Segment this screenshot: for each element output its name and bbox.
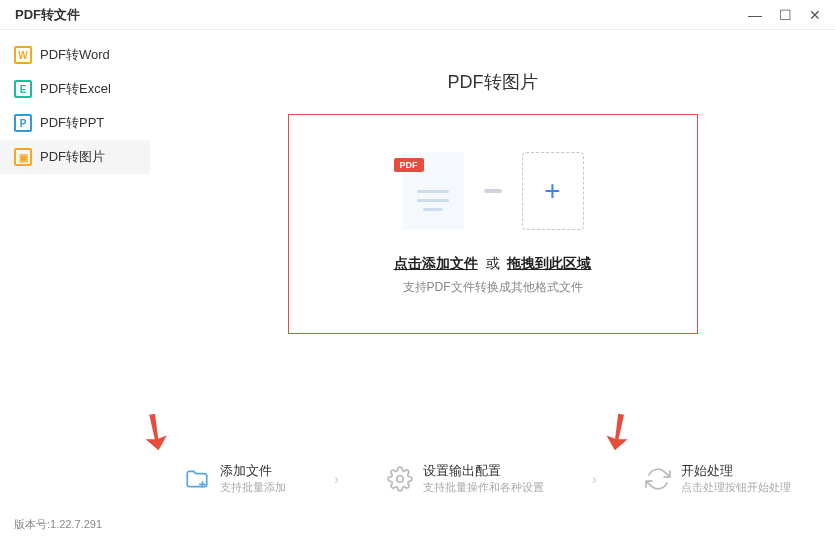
excel-icon: E [14, 80, 32, 98]
add-box-icon: + [522, 152, 584, 230]
click-add-file-link[interactable]: 点击添加文件 [394, 255, 478, 271]
drag-here-text: 拖拽到此区域 [507, 255, 591, 271]
pdf-badge: PDF [394, 158, 424, 172]
sidebar: W PDF转Word E PDF转Excel P PDF转PPT ▣ PDF转图… [0, 30, 150, 540]
step-subtitle: 点击处理按钮开始处理 [681, 480, 791, 495]
pdf-document-icon: PDF [402, 152, 464, 230]
sidebar-item-pdf-to-word[interactable]: W PDF转Word [0, 38, 150, 72]
step-subtitle: 支持批量添加 [220, 480, 286, 495]
dropzone-visual: PDF + [402, 152, 584, 230]
step-separator: › [334, 471, 339, 487]
version-label: 版本号:1.22.7.291 [14, 517, 102, 532]
dropzone-sub-text: 支持PDF文件转换成其他格式文件 [394, 279, 592, 296]
sidebar-item-pdf-to-excel[interactable]: E PDF转Excel [0, 72, 150, 106]
titlebar-title: PDF转文件 [10, 6, 80, 24]
page-title: PDF转图片 [448, 70, 538, 94]
image-icon: ▣ [14, 148, 32, 166]
sidebar-item-pdf-to-ppt[interactable]: P PDF转PPT [0, 106, 150, 140]
refresh-icon [645, 466, 671, 492]
maximize-button[interactable]: ☐ [775, 5, 795, 25]
step-title: 添加文件 [220, 462, 286, 480]
step-start[interactable]: 开始处理 点击处理按钮开始处理 [645, 462, 791, 495]
dropzone-main-text: 点击添加文件 或 拖拽到此区域 [394, 255, 592, 273]
svg-point-2 [397, 475, 404, 482]
steps-row: 添加文件 支持批量添加 › 设置输出配置 支持批量操作和各种设置 › [150, 462, 825, 495]
step-title: 开始处理 [681, 462, 791, 480]
or-text: 或 [486, 255, 500, 271]
dropzone-text: 点击添加文件 或 拖拽到此区域 支持PDF文件转换成其他格式文件 [394, 255, 592, 296]
sidebar-item-pdf-to-image[interactable]: ▣ PDF转图片 [0, 140, 150, 174]
step-separator: › [592, 471, 597, 487]
titlebar: PDF转文件 — ☐ ✕ [0, 0, 835, 30]
sidebar-item-label: PDF转Excel [40, 80, 111, 98]
sidebar-item-label: PDF转Word [40, 46, 110, 64]
ppt-icon: P [14, 114, 32, 132]
step-title: 设置输出配置 [423, 462, 544, 480]
step-subtitle: 支持批量操作和各种设置 [423, 480, 544, 495]
dash-icon [484, 189, 502, 193]
dropzone[interactable]: PDF + 点击添加文件 或 拖拽到此区域 支持PDF文件转换成其他格式文件 [288, 114, 698, 334]
folder-add-icon [184, 466, 210, 492]
step-configure[interactable]: 设置输出配置 支持批量操作和各种设置 [387, 462, 544, 495]
sidebar-item-label: PDF转PPT [40, 114, 104, 132]
window-controls: — ☐ ✕ [745, 5, 825, 25]
minimize-button[interactable]: — [745, 5, 765, 25]
close-button[interactable]: ✕ [805, 5, 825, 25]
sidebar-item-label: PDF转图片 [40, 148, 105, 166]
word-icon: W [14, 46, 32, 64]
gear-icon [387, 466, 413, 492]
step-add-file[interactable]: 添加文件 支持批量添加 [184, 462, 286, 495]
